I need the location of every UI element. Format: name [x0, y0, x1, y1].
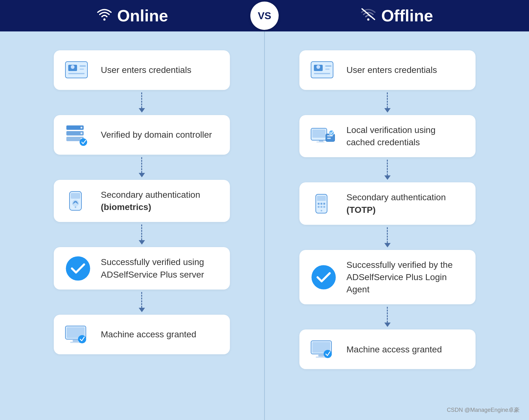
offline-step-4-text: Successfully verified by the ADSelfServi… [347, 259, 465, 296]
domain-server-icon [64, 124, 92, 146]
offline-step-2-text: Local verification using cached credenti… [347, 124, 465, 148]
offline-arrow-4 [384, 307, 391, 327]
svg-rect-45 [318, 206, 320, 208]
totp-icon [309, 193, 338, 215]
online-card-3: Secondary authentication (biometrics) [54, 180, 230, 222]
svg-point-49 [311, 265, 336, 289]
svg-rect-8 [80, 69, 84, 70]
svg-point-13 [81, 132, 82, 134]
online-step-4-text: Successfully verified using ADSelfServic… [101, 256, 220, 280]
online-header: Online [0, 6, 264, 25]
online-step-2-text: Verified by domain controller [101, 129, 212, 141]
online-card-4: Successfully verified using ADSelfServic… [54, 247, 230, 289]
svg-point-15 [80, 138, 87, 146]
offline-card-1: User enters credentials [299, 50, 476, 90]
biometric-icon [64, 190, 92, 212]
svg-rect-6 [68, 73, 85, 74]
svg-point-0 [103, 19, 105, 21]
offline-card-5: Machine access granted [299, 329, 476, 369]
svg-rect-42 [318, 203, 320, 205]
svg-point-2 [367, 19, 370, 21]
svg-point-54 [324, 350, 332, 358]
online-arrow-2 [139, 157, 145, 177]
svg-rect-35 [316, 141, 325, 142]
offline-arrow-2 [384, 160, 391, 180]
svg-point-25 [78, 335, 86, 343]
online-title: Online [117, 6, 168, 25]
svg-rect-29 [314, 73, 330, 74]
svg-rect-7 [80, 65, 86, 67]
svg-rect-38 [327, 138, 331, 139]
online-step-1-text: User enters credentials [101, 64, 192, 76]
online-arrow-1 [139, 92, 145, 113]
svg-rect-31 [325, 69, 330, 70]
svg-rect-23 [73, 340, 78, 342]
svg-point-20 [66, 256, 90, 280]
online-card-1: User enters credentials [54, 50, 230, 90]
wifi-offline-icon [360, 7, 376, 24]
center-divider [264, 31, 265, 420]
offline-title: Offline [381, 6, 433, 25]
offline-header: Offline [264, 6, 529, 25]
online-step-5-text: Machine access granted [101, 328, 197, 340]
svg-point-39 [329, 130, 334, 135]
cached-credentials-icon [309, 125, 338, 147]
main-content: User enters credentials Verified [0, 31, 529, 420]
svg-rect-47 [323, 206, 325, 208]
offline-step-3-text: Secondary authentication (TOTP) [347, 191, 465, 216]
svg-point-19 [75, 207, 76, 208]
svg-rect-43 [320, 203, 322, 205]
credentials-icon-2 [309, 59, 338, 81]
svg-rect-52 [318, 355, 324, 356]
desktop-check-icon-2 [309, 338, 338, 360]
svg-rect-30 [325, 65, 331, 67]
credentials-icon [64, 59, 92, 81]
watermark: CSDN @ManageEngine卓豪 [447, 406, 520, 414]
svg-point-12 [81, 127, 82, 129]
check-circle-icon-2 [309, 266, 338, 288]
svg-rect-17 [71, 193, 80, 199]
check-circle-icon [64, 257, 92, 279]
online-step-3-text: Secondary authentication (biometrics) [101, 189, 220, 213]
svg-point-48 [320, 210, 322, 211]
offline-step-5-text: Machine access granted [347, 343, 442, 356]
vs-badge: VS [250, 2, 279, 30]
svg-rect-41 [317, 196, 326, 201]
offline-column: User enters credentials [264, 50, 510, 407]
offline-arrow-3 [384, 227, 391, 247]
online-card-2: Verified by domain controller [54, 115, 230, 155]
desktop-check-icon [64, 323, 92, 345]
offline-card-3: Secondary authentication (TOTP) [299, 182, 476, 224]
offline-card-4: Successfully verified by the ADSelfServi… [299, 250, 476, 305]
svg-point-5 [71, 65, 75, 69]
online-column: User enters credentials Verified [19, 50, 264, 407]
offline-arrow-1 [384, 92, 391, 113]
online-arrow-4 [139, 292, 145, 312]
svg-rect-44 [323, 203, 325, 205]
offline-step-1-text: User enters credentials [347, 64, 437, 76]
svg-point-28 [316, 65, 320, 69]
wifi-online-icon [97, 7, 112, 24]
svg-rect-33 [312, 130, 326, 138]
offline-card-2: Local verification using cached credenti… [299, 115, 476, 157]
online-arrow-3 [139, 224, 145, 245]
online-card-5: Machine access granted [54, 315, 230, 354]
header: Online VS Offline [0, 0, 529, 31]
svg-rect-46 [320, 206, 322, 208]
